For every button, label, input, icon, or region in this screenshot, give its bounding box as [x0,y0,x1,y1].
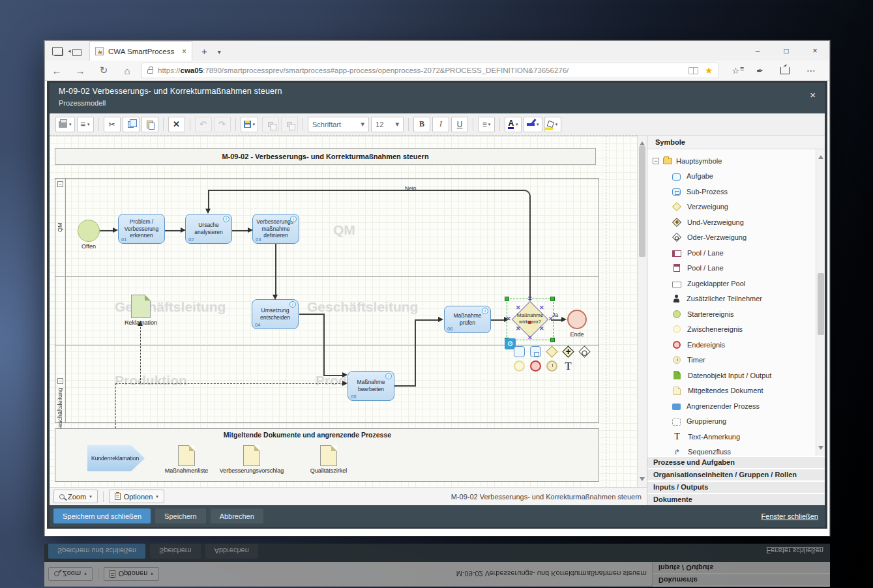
symbol-item-subprocess[interactable]: Sub-Prozess [647,184,816,199]
palette-or-gateway-icon[interactable] [578,345,590,357]
symbol-item-task[interactable]: Aufgabe [647,169,816,184]
share-icon[interactable] [780,67,790,74]
send-to-back-button[interactable] [281,117,298,132]
task-01[interactable]: Problem / Verbesserung erkennen01 [118,214,165,244]
redo-button[interactable]: ↷ [214,117,231,132]
symbol-item-gateway-or[interactable]: Oder-Verzweigung [647,230,816,246]
tab-preview-icon[interactable] [54,49,63,56]
copy-button[interactable] [123,117,140,132]
palette-intermediate-event-icon[interactable] [514,360,525,372]
task-05[interactable]: Maßnahme bearbeiten05i [348,371,394,401]
save-button[interactable]: ▾ [241,117,259,132]
document-qualitaetszirkel[interactable] [320,445,337,466]
font-family-select[interactable]: Schriftart▾ [308,117,369,132]
symbol-item-pool-collapsed[interactable]: Zugeklappter Pool [647,276,816,291]
scroll-thumb[interactable] [818,273,824,335]
symbol-item-pool-h[interactable]: Pool / Lane [647,245,816,261]
edge-handle-icon[interactable]: ✕ [539,304,544,311]
symbol-item-event-end[interactable]: Endereignis [647,337,816,353]
task-06[interactable]: Maßnahme prüfen06i [444,306,491,333]
tab-list-chevron-icon[interactable]: ▾ [218,48,221,55]
sidebar-section-3[interactable]: Dokumente [647,493,825,505]
refresh-button[interactable]: ↻ [92,65,115,76]
forward-button[interactable]: → [68,65,92,76]
symbol-item-pool-v[interactable]: Pool / Lane [647,261,816,276]
symbol-item-gateway-and[interactable]: Und-Verzweigung [647,214,816,230]
palette-task-icon[interactable] [514,346,525,357]
symbol-item-event-start[interactable]: Starterereignis [647,306,816,322]
symbol-item-gateway[interactable]: Verzweigung [647,199,816,215]
web-notes-icon[interactable]: ✒ [756,65,764,76]
edge-handle-icon[interactable]: ✕ [516,325,521,332]
info-icon[interactable]: i [289,301,296,308]
start-event[interactable] [78,220,100,242]
window-close-button[interactable]: × [801,41,829,61]
symbol-item-group[interactable]: Gruppierung [647,414,816,430]
palette-subprocess-icon[interactable] [530,346,541,357]
align-button[interactable]: ≡▾ [478,117,495,132]
modal-close-icon[interactable]: × [810,89,816,100]
edge-handle-icon[interactable]: ✕ [548,316,554,322]
edge-handle-icon[interactable]: ✕ [527,334,533,341]
symbol-item-text[interactable]: TText-Anmerkung [647,429,816,445]
document-massnahmenliste[interactable] [178,445,195,466]
reading-view-icon[interactable] [688,67,698,74]
sidebar-section-1[interactable]: Organisationseinheiten / Gruppen / Rolle… [647,468,825,480]
settings-ellipsis-icon[interactable]: ⋯ [806,65,816,76]
sidebar-scrollbar[interactable] [816,149,825,456]
palette-end-event-icon[interactable] [530,360,541,372]
highlight-button[interactable]: ▾ [524,117,542,132]
font-size-select[interactable]: 12▾ [371,117,404,132]
bold-button[interactable]: B [413,117,430,132]
view-options-button[interactable]: ≡▾ [77,117,94,132]
fill-color-button[interactable]: ▾ [544,117,561,132]
save-and-close-button[interactable]: Speichern und schließen [53,508,151,523]
cut-button[interactable]: ✂ [104,117,121,132]
symbol-item-participant[interactable]: Zusätzlicher Teilnehmer [647,291,816,307]
symbol-item-event-timer[interactable]: Timer [647,353,816,368]
window-minimize-button[interactable]: – [743,41,772,61]
print-button[interactable]: ▾ [55,117,75,132]
window-maximize-button[interactable]: □ [772,41,801,61]
info-icon[interactable]: i [482,308,488,314]
symbol-item-doc-green[interactable]: Datenobjekt Input / Output [647,368,816,383]
symbol-item-seqflow[interactable]: ↱Sequenzfluss [647,445,816,456]
zoom-button[interactable]: Zoom▾ [53,490,98,503]
underline-button[interactable]: U [451,117,468,132]
selection-handle[interactable] [550,338,555,342]
close-window-link[interactable]: Fenster schließen [762,512,818,520]
edge-handle-icon[interactable]: ✕ [527,295,533,302]
sidebar-section-2[interactable]: Inputs / Outputs [647,480,825,493]
selection-handle[interactable] [550,297,555,301]
delete-button[interactable]: ✕ [168,117,185,132]
scroll-up-icon[interactable] [818,153,823,159]
font-color-button[interactable]: A▾ [505,117,522,132]
symbol-item-adjacent[interactable]: Angrenzender Prozess [647,398,816,414]
paste-button[interactable] [141,117,158,132]
symbol-item-event-intermediate[interactable]: Zwischenereignis [647,322,816,338]
browser-tab[interactable]: CWA SmartProcess × [89,41,192,61]
set-tabs-aside-icon[interactable] [72,49,81,56]
selection-handle[interactable] [505,297,509,301]
hub-favorites-icon[interactable]: ☆ [732,66,739,76]
bring-to-front-button[interactable] [262,117,279,132]
tree-root-hauptsymbole[interactable]: − Hauptsymbole [647,153,816,169]
favorite-star-icon[interactable]: ★ [705,65,713,76]
diagram-title-box[interactable]: M-09-02 - Verbesserungs- und Korrekturma… [55,148,596,165]
palette-and-gateway-icon[interactable] [562,345,574,357]
palette-text-icon[interactable]: T [563,360,574,372]
edge-handle-icon[interactable]: ✕ [516,304,521,311]
end-event[interactable] [567,310,587,329]
scroll-up-icon[interactable] [640,139,645,145]
data-object-reklamation[interactable] [131,295,151,318]
back-button[interactable]: ← [45,65,68,76]
document-verbesserungsvorschlag[interactable] [243,445,260,466]
palette-gateway-icon[interactable] [546,345,557,357]
info-icon[interactable]: i [385,373,392,379]
sidebar-section-0[interactable]: Prozesse und Aufgaben [647,456,825,468]
scroll-down-icon[interactable] [640,477,645,484]
undo-button[interactable]: ↶ [195,117,212,132]
scroll-thumb[interactable] [639,146,645,257]
save-button-footer[interactable]: Speichern [155,508,206,523]
home-button[interactable]: ⌂ [115,65,139,76]
